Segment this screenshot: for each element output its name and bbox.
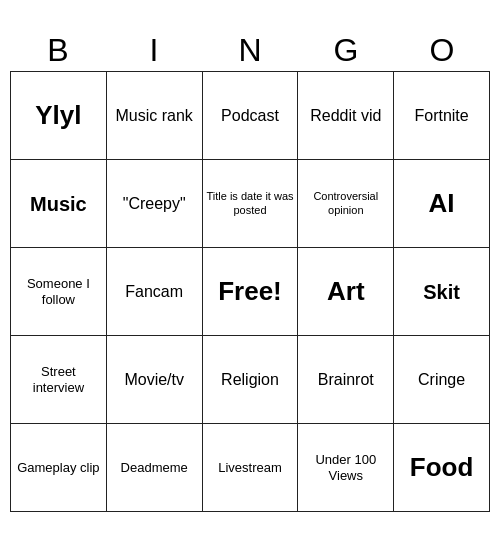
bingo-cell-24: Food xyxy=(394,424,490,512)
bingo-cell-16: Movie/tv xyxy=(107,336,203,424)
bingo-cell-14: Skit xyxy=(394,248,490,336)
bingo-cell-19: Cringe xyxy=(394,336,490,424)
bingo-cell-3: Reddit vid xyxy=(298,72,394,160)
bingo-cell-21: Deadmeme xyxy=(107,424,203,512)
header-o: O xyxy=(398,32,486,69)
bingo-cell-6: "Creepy" xyxy=(107,160,203,248)
bingo-cell-23: Under 100 Views xyxy=(298,424,394,512)
bingo-cell-1: Music rank xyxy=(107,72,203,160)
bingo-card: B I N G O YlylMusic rankPodcastReddit vi… xyxy=(10,32,490,512)
bingo-cell-18: Brainrot xyxy=(298,336,394,424)
bingo-cell-15: Street interview xyxy=(11,336,107,424)
header-g: G xyxy=(302,32,390,69)
bingo-cell-9: AI xyxy=(394,160,490,248)
header-i: I xyxy=(110,32,198,69)
bingo-cell-17: Religion xyxy=(203,336,299,424)
bingo-cell-10: Someone I follow xyxy=(11,248,107,336)
header-b: B xyxy=(14,32,102,69)
bingo-cell-5: Music xyxy=(11,160,107,248)
bingo-cell-2: Podcast xyxy=(203,72,299,160)
bingo-cell-20: Gameplay clip xyxy=(11,424,107,512)
bingo-grid: YlylMusic rankPodcastReddit vidFortniteM… xyxy=(10,71,490,512)
bingo-cell-13: Art xyxy=(298,248,394,336)
bingo-cell-11: Fancam xyxy=(107,248,203,336)
header-n: N xyxy=(206,32,294,69)
bingo-cell-8: Controversial opinion xyxy=(298,160,394,248)
bingo-cell-4: Fortnite xyxy=(394,72,490,160)
bingo-cell-0: Ylyl xyxy=(11,72,107,160)
bingo-header: B I N G O xyxy=(10,32,490,69)
bingo-cell-22: Livestream xyxy=(203,424,299,512)
bingo-cell-12: Free! xyxy=(203,248,299,336)
bingo-cell-7: Title is date it was posted xyxy=(203,160,299,248)
